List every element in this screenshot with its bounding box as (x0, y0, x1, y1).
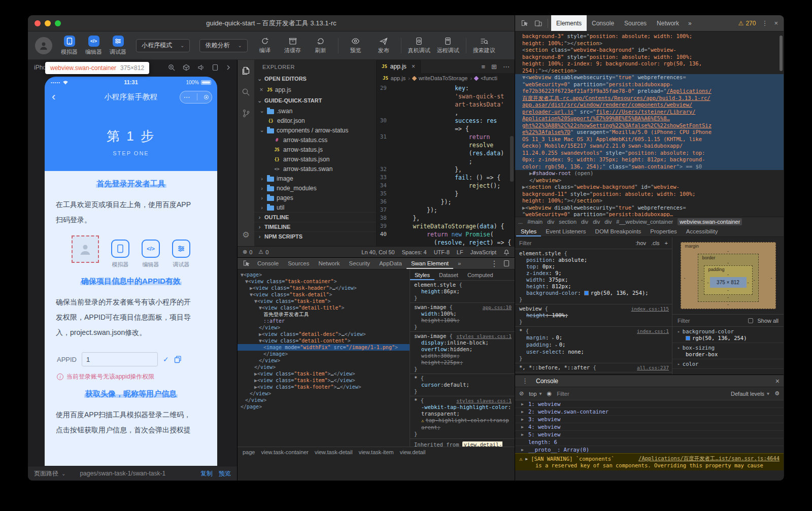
device-toolbar-icon[interactable] (503, 260, 510, 267)
code-line[interactable]: 38}, (377, 214, 515, 222)
tab-network[interactable]: Network (314, 258, 344, 269)
css-property[interactable]: width:100%; (414, 311, 512, 317)
mode-dropdown[interactable]: 小程序模式 ⌄ (136, 39, 190, 52)
explorer-item[interactable]: ›image (254, 174, 376, 183)
back-icon[interactable]: ‹ (45, 91, 55, 103)
tab-app-js[interactable]: JS app.js × (377, 60, 421, 73)
dom-node[interactable]: preloader-url.js" src="file:///Users/tst… (515, 109, 784, 116)
tab-dom-breakpoints[interactable]: DOM Breakpoints (591, 226, 646, 236)
stylesheet-link[interactable]: app.css:10 (480, 304, 512, 311)
remote-debug-button[interactable]: 远程调试 (437, 37, 459, 54)
more-icon[interactable]: ⋯ (184, 94, 190, 100)
split-editor-icon[interactable]: ⊞ (491, 63, 497, 71)
breadcrumb-item[interactable]: section (559, 219, 577, 225)
new-rule-button[interactable]: + (665, 240, 668, 246)
console-entry[interactable]: length: 6 (515, 438, 784, 446)
hover-state-button[interactable]: :hov (635, 240, 646, 246)
breadcrumb-item[interactable]: div (604, 219, 612, 225)
explorer-item[interactable]: <>arrow-status.swan (254, 164, 376, 174)
breadcrumb-item[interactable]: view.task-item (359, 449, 394, 455)
dom-node[interactable]: <section class="webview-background" id="… (515, 47, 784, 54)
code-line[interactable]: 30success: res (377, 117, 515, 125)
swan-dom-node[interactable]: ::after (238, 318, 410, 324)
code-line[interactable]: (resolve, reject) => { (377, 239, 515, 246)
tab-properties[interactable]: Properties (646, 226, 681, 236)
editor-toggle-button[interactable]: </> 编辑器 (85, 36, 102, 56)
code-line[interactable]: (res.data) (377, 149, 515, 157)
more-tabs-icon[interactable]: » (685, 20, 695, 27)
breadcrumb[interactable]: JS app.js › writeDataToStorage › <functi (377, 73, 515, 83)
stylesheet-link[interactable]: index.css:1 (634, 328, 669, 334)
tab-computed[interactable]: Computed (463, 269, 498, 280)
computed-property[interactable]: ▸color (672, 359, 784, 369)
home-icon[interactable] (204, 95, 209, 99)
dom-node[interactable]: color: rgb(50, 136, 254);" class="swan-c… (515, 163, 784, 171)
sound-icon[interactable] (197, 64, 205, 71)
dom-node[interactable]: 11.24.0.255 swandevtools" style="positio… (515, 150, 784, 157)
refresh-button[interactable]: 刷新 (310, 37, 331, 54)
explorer-item[interactable]: {}arrow-status.json (254, 154, 376, 164)
console-settings-icon[interactable]: ⚙ (774, 390, 780, 397)
dom-node[interactable]: background-11" style="position: absolute… (515, 191, 784, 198)
css-property[interactable]: display:inline-block; (414, 339, 512, 346)
search-icon[interactable] (242, 87, 250, 96)
css-property[interactable]: padding: ▸0; (519, 342, 669, 349)
dom-node[interactable]: background-3" style="position: absolute;… (515, 33, 784, 40)
tab-accessibility[interactable]: Accessibility (682, 226, 723, 236)
box-model-margin[interactable]: margin--border--padding--375 × 812------ (681, 242, 776, 309)
dom-node[interactable]: height: 100%;"></section> (515, 40, 784, 47)
dom-node[interactable]: ▶#shadow-root (open) (515, 170, 784, 177)
breadcrumb-item[interactable]: webview.swan-container (678, 218, 742, 225)
dom-node[interactable]: fe72b36223f6723ef21af3f9a35fae78-0" prel… (515, 88, 784, 95)
css-property[interactable]: position: absolute; (519, 257, 669, 263)
code-line[interactable]: 32}, (377, 165, 515, 174)
code-line[interactable]: 35} (377, 190, 515, 198)
preview-button[interactable]: 预览 (345, 37, 366, 54)
class-toggle-button[interactable]: .cls (651, 240, 660, 246)
dom-node[interactable]: height: 100%; z-index: 9; background-col… (515, 60, 784, 67)
log-levels-dropdown[interactable]: Default levels ▾ (731, 391, 769, 397)
devtools-close-icon[interactable]: × (771, 19, 781, 27)
dom-node[interactable]: ▶<webview disablewebsecurity="true" webp… (515, 205, 784, 212)
tab-swan-element[interactable]: Swan Element (407, 258, 453, 269)
css-property[interactable]: width:300px; (414, 353, 512, 359)
search-suggest-button[interactable]: 搜索建议 (473, 37, 495, 54)
elements-scrollbar[interactable] (780, 36, 783, 71)
dom-node[interactable]: 百度开发者工具-rc.app/Contents/Resources/app/bu… (515, 95, 784, 102)
console-entry[interactable]: ▶5: webview (515, 431, 784, 438)
appid-input[interactable]: 1 (82, 352, 158, 366)
swan-dom-node[interactable]: <image mode="widthFix" src="/image/1-1.p… (238, 344, 410, 351)
open-changes-icon[interactable]: ≡ (482, 63, 486, 71)
breadcrumb-item[interactable]: div (547, 219, 554, 225)
css-property[interactable]: background-color: rgb(50, 136, 254); (519, 290, 669, 296)
clear-cache-button[interactable]: 清缓存 (282, 37, 303, 54)
editor-more-icon[interactable]: ⋯ (503, 63, 510, 71)
swan-dom-node[interactable]: ▶<view class="task-header">…</view> (238, 285, 410, 291)
explorer-item[interactable]: JSarrow-status.js (254, 145, 376, 154)
code-line[interactable]: 'swan-quick-st (377, 92, 515, 100)
dom-node[interactable]: ▶<section class="webview-background" id=… (515, 184, 784, 191)
copy-path-button[interactable]: 复制 (200, 469, 213, 478)
swan-dom-node[interactable]: </view> (238, 397, 410, 403)
computed-property[interactable]: ▸box-sizingborder-box (672, 343, 784, 359)
code-line[interactable]: 34reject(); (377, 182, 515, 190)
rotate-icon[interactable] (183, 64, 190, 71)
explorer-item[interactable]: ⌄.swan (254, 106, 376, 116)
breadcrumb-item[interactable]: view.task-detail (315, 449, 353, 455)
npm-scripts-section[interactable]: › NPM SCRIPTS (254, 231, 376, 241)
copy-icon[interactable] (174, 356, 182, 363)
swan-dom-node[interactable]: ▶<view class="task-item">…</view> (238, 377, 410, 384)
code-line[interactable]: 36}); (377, 198, 515, 206)
code-line[interactable]: 33fail: () => { (377, 174, 515, 182)
swan-dom-node[interactable]: </view> (238, 364, 410, 370)
swan-dom-node[interactable]: ▼<page> (238, 271, 410, 278)
console-entry[interactable]: ▶3: webview (515, 416, 784, 423)
dom-node[interactable]: 0px; z-index: 9; width: 375px; height: 8… (515, 156, 784, 163)
css-property[interactable]: user-select: none; (519, 349, 669, 355)
computed-property[interactable]: ▸background-colorrgb(50, 136, 254) (672, 327, 784, 343)
more-tabs-icon[interactable]: » (453, 258, 465, 269)
css-property[interactable]: height:100%; (414, 317, 512, 324)
minimize-window-button[interactable] (45, 20, 51, 26)
breadcrumb-item[interactable]: view.task-container (261, 449, 309, 455)
console-filter-input[interactable]: Filter (557, 391, 726, 397)
